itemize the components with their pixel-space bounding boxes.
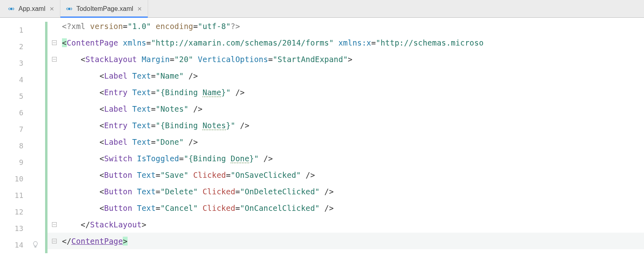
svg-point-0 bbox=[10, 8, 12, 10]
close-icon[interactable]: ✕ bbox=[137, 6, 142, 12]
line-number: 2 bbox=[0, 38, 45, 55]
fold-toggle-icon[interactable] bbox=[52, 222, 57, 227]
line-number: 9 bbox=[0, 154, 45, 171]
code-line[interactable]: <Entry Text="{Binding Notes}" /> bbox=[45, 117, 644, 133]
editor[interactable]: 1 2 3 4 5 6 7 8 9 10 11 12 13 14 bbox=[0, 18, 644, 279]
line-number: 12 bbox=[0, 204, 45, 220]
line-number: 4 bbox=[0, 71, 45, 88]
code-line[interactable]: <Button Text="Save" Clicked="OnSaveClick… bbox=[45, 167, 644, 183]
line-number: 11 bbox=[0, 187, 45, 204]
gutter: 1 2 3 4 5 6 7 8 9 10 11 12 13 14 bbox=[0, 18, 45, 279]
fold-toggle-icon[interactable] bbox=[52, 40, 57, 46]
line-number: 14 bbox=[0, 237, 45, 253]
ide-root: App.xaml ✕ TodoItemPage.xaml ✕ 1 2 3 4 5… bbox=[0, 0, 644, 279]
close-icon[interactable]: ✕ bbox=[50, 6, 54, 12]
line-number: 6 bbox=[0, 104, 45, 121]
line-number: 1 bbox=[0, 22, 45, 38]
tab-label: App.xaml bbox=[19, 5, 45, 12]
code-line[interactable]: <ContentPage xmlns="http://xamarin.com/s… bbox=[45, 34, 644, 51]
svg-point-1 bbox=[68, 8, 70, 10]
line-number: 8 bbox=[0, 137, 45, 154]
code-line[interactable]: <?xml version="1.0" encoding="utf-8"?> bbox=[45, 18, 644, 34]
xaml-file-icon bbox=[66, 6, 72, 12]
code-line[interactable]: </StackLayout> bbox=[45, 216, 644, 233]
fold-toggle-icon[interactable] bbox=[52, 238, 57, 244]
line-number: 5 bbox=[0, 88, 45, 104]
code-line[interactable]: <Label Text="Name" /> bbox=[45, 67, 644, 84]
tab-bar: App.xaml ✕ TodoItemPage.xaml ✕ bbox=[0, 0, 644, 18]
code-line[interactable]: <Button Text="Cancel" Clicked="OnCancelC… bbox=[45, 200, 644, 216]
line-number: 13 bbox=[0, 220, 45, 237]
code-line[interactable]: <StackLayout Margin="20" VerticalOptions… bbox=[45, 51, 644, 67]
code-line[interactable]: <Label Text="Done" /> bbox=[45, 133, 644, 150]
tab-label: TodoItemPage.xaml bbox=[76, 5, 133, 12]
xaml-file-icon bbox=[8, 6, 14, 12]
code-line[interactable]: <Label Text="Notes" /> bbox=[45, 100, 644, 117]
line-number: 10 bbox=[0, 171, 45, 187]
lightbulb-icon[interactable] bbox=[32, 241, 39, 249]
code-line[interactable]: </ContentPage> bbox=[45, 233, 644, 249]
code-line[interactable]: <Switch IsToggled="{Binding Done}" /> bbox=[45, 150, 644, 167]
tab-todoitempage-xaml[interactable]: TodoItemPage.xaml ✕ bbox=[60, 0, 148, 17]
tab-app-xaml[interactable]: App.xaml ✕ bbox=[2, 0, 60, 17]
code-line[interactable]: <Button Text="Delete" Clicked="OnDeleteC… bbox=[45, 183, 644, 200]
code-line[interactable]: <Entry Text="{Binding Name}" /> bbox=[45, 84, 644, 100]
line-number: 3 bbox=[0, 55, 45, 71]
vcs-modified-strip bbox=[45, 22, 47, 253]
code-surface[interactable]: <?xml version="1.0" encoding="utf-8"?> <… bbox=[45, 18, 644, 279]
fold-toggle-icon[interactable] bbox=[52, 56, 57, 62]
line-number: 7 bbox=[0, 121, 45, 137]
